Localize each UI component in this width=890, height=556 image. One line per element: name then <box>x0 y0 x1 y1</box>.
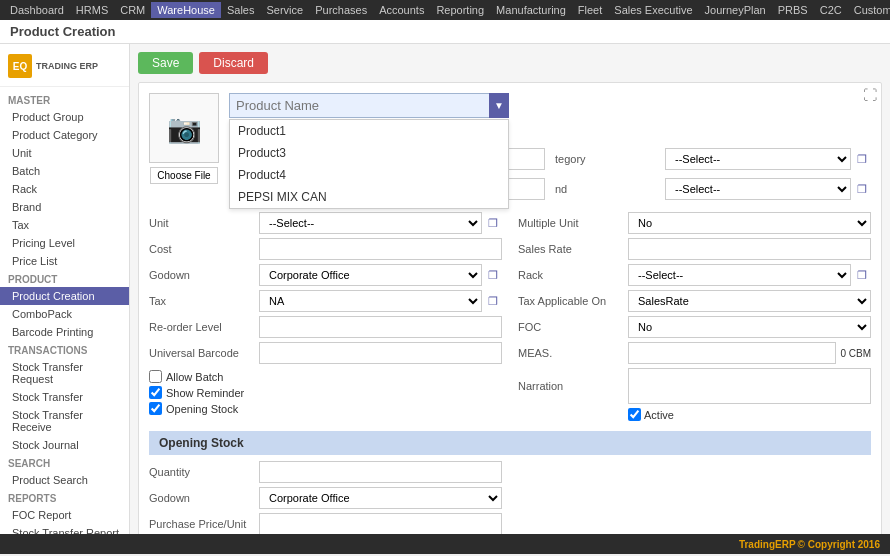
sidebar-item-foc-report[interactable]: FOC Report <box>0 506 129 524</box>
multiple-unit-select[interactable]: No <box>628 212 871 234</box>
product-name-section: ▼ Product1Product3Product4PEPSI MIX CAN … <box>229 93 871 204</box>
sidebar-item-product-group[interactable]: Product Group <box>0 108 129 126</box>
godown-select[interactable]: Corporate Office <box>259 264 482 286</box>
footer-copyright: © Copyright 2016 <box>798 539 880 550</box>
universal-barcode-input[interactable] <box>259 342 502 364</box>
page-title: Product Creation <box>10 24 115 39</box>
nav-item-accounts[interactable]: Accounts <box>373 2 430 18</box>
tax-applicable-select[interactable]: SalesRate <box>628 290 871 312</box>
category-select[interactable]: --Select-- <box>665 148 851 170</box>
nav-item-manufacturing[interactable]: Manufacturing <box>490 2 572 18</box>
sidebar-section-transactions: Transactions <box>0 341 129 358</box>
allow-batch-row: Allow Batch <box>149 370 502 383</box>
dropdown-item[interactable]: PEPSI MIX CAN <box>230 186 508 208</box>
brand-ext-link-icon[interactable]: ❐ <box>853 180 871 198</box>
nav-item-fleet[interactable]: Fleet <box>572 2 608 18</box>
product-name-input[interactable] <box>229 93 509 118</box>
nav-item-reporting[interactable]: Reporting <box>430 2 490 18</box>
foc-select[interactable]: No <box>628 316 871 338</box>
nav-item-sales[interactable]: Sales <box>221 2 261 18</box>
sidebar-item-rack[interactable]: Rack <box>0 180 129 198</box>
sidebar-item-product-search[interactable]: Product Search <box>0 471 129 489</box>
sidebar-item-product-category[interactable]: Product Category <box>0 126 129 144</box>
nav-item-dashboard[interactable]: Dashboard <box>4 2 70 18</box>
sidebar-item-stock-transfer-receive[interactable]: Stock Transfer Receive <box>0 406 129 436</box>
category-ext-link-icon[interactable]: ❐ <box>853 150 871 168</box>
brand-select[interactable]: --Select-- <box>665 178 851 200</box>
opening-stock-form: Quantity Godown Corporate Office Purchas… <box>149 461 871 534</box>
os-godown-select[interactable]: Corporate Office <box>259 487 502 509</box>
active-row: Active <box>518 408 871 421</box>
product-name-dropdown-arrow[interactable]: ▼ <box>489 93 509 118</box>
sidebar-item-stock-transfer-report[interactable]: Stock Transfer Report <box>0 524 129 534</box>
choose-file-button[interactable]: Choose File <box>150 167 217 184</box>
sidebar-item-stock-transfer-request[interactable]: Stock Transfer Request <box>0 358 129 388</box>
sidebar-item-price-list[interactable]: Price List <box>0 252 129 270</box>
rack-ext-link-icon[interactable]: ❐ <box>853 266 871 284</box>
reorder-row: Re-order Level <box>149 316 502 338</box>
checkboxes-section: Allow Batch Show Reminder Opening Stock <box>149 370 502 415</box>
sidebar-item-product-creation[interactable]: Product Creation <box>0 287 129 305</box>
reorder-input[interactable] <box>259 316 502 338</box>
unit-label: Unit <box>149 217 259 229</box>
sidebar-item-stock-journal[interactable]: Stock Journal <box>0 436 129 454</box>
nav-item-purchases[interactable]: Purchases <box>309 2 373 18</box>
brand-label: nd <box>555 183 665 195</box>
rack-select[interactable]: --Select-- <box>628 264 851 286</box>
opening-stock-checkbox[interactable] <box>149 402 162 415</box>
nav-item-crm[interactable]: CRM <box>114 2 151 18</box>
sidebar-item-batch[interactable]: Batch <box>0 162 129 180</box>
meas-input[interactable] <box>628 342 836 364</box>
nav-item-sales-executive[interactable]: Sales Executive <box>608 2 698 18</box>
dropdown-item[interactable]: Product1 <box>230 120 508 142</box>
godown-ext-link-icon[interactable]: ❐ <box>484 266 502 284</box>
logo-icon: EQ <box>8 54 32 78</box>
cost-input[interactable] <box>259 238 502 260</box>
os-quantity-input[interactable] <box>259 461 502 483</box>
unit-ext-link-icon[interactable]: ❐ <box>484 214 502 232</box>
tax-select[interactable]: NA <box>259 290 482 312</box>
sidebar-item-stock-transfer[interactable]: Stock Transfer <box>0 388 129 406</box>
top-navigation: DashboardHRMSCRMWareHouseSalesServicePur… <box>0 0 890 20</box>
reorder-label: Re-order Level <box>149 321 259 333</box>
sales-rate-input[interactable] <box>628 238 871 260</box>
save-button[interactable]: Save <box>138 52 193 74</box>
nav-item-c2c[interactable]: C2C <box>814 2 848 18</box>
unit-select[interactable]: --Select-- <box>259 212 482 234</box>
opening-stock-left: Quantity Godown Corporate Office Purchas… <box>149 461 502 534</box>
allow-batch-checkbox[interactable] <box>149 370 162 383</box>
nav-item-hrms[interactable]: HRMS <box>70 2 114 18</box>
sidebar-item-pricing-level[interactable]: Pricing Level <box>0 234 129 252</box>
universal-barcode-row: Universal Barcode <box>149 342 502 364</box>
sidebar-item-combopack[interactable]: ComboPack <box>0 305 129 323</box>
page-header: Product Creation <box>0 20 890 44</box>
narration-label: Narration <box>518 380 628 392</box>
discard-button[interactable]: Discard <box>199 52 268 74</box>
sidebar-item-unit[interactable]: Unit <box>0 144 129 162</box>
os-purchase-price-input[interactable] <box>259 513 502 534</box>
narration-textarea[interactable] <box>628 368 871 404</box>
show-reminder-checkbox[interactable] <box>149 386 162 399</box>
sidebar-item-barcode-printing[interactable]: Barcode Printing <box>0 323 129 341</box>
cost-row: Cost <box>149 238 502 260</box>
godown-row: Godown Corporate Office ❐ <box>149 264 502 286</box>
sidebar: EQ TRADING ERP MasterProduct GroupProduc… <box>0 44 130 534</box>
left-form-col: Unit --Select-- ❐ Cost Godown Corporate <box>149 212 502 425</box>
nav-item-prbs[interactable]: PRBS <box>772 2 814 18</box>
nav-item-warehouse[interactable]: WareHouse <box>151 2 221 18</box>
active-checkbox[interactable] <box>628 408 641 421</box>
dropdown-item[interactable]: Product4 <box>230 164 508 186</box>
opening-stock-row: Opening Stock <box>149 402 502 415</box>
nav-item-journeyplan[interactable]: JourneyPlan <box>699 2 772 18</box>
show-reminder-label: Show Reminder <box>166 387 244 399</box>
sidebar-item-brand[interactable]: Brand <box>0 198 129 216</box>
rack-row: Rack --Select-- ❐ <box>518 264 871 286</box>
opening-stock-header: Opening Stock <box>149 431 871 455</box>
multiple-unit-row: Multiple Unit No <box>518 212 871 234</box>
sidebar-item-tax[interactable]: Tax <box>0 216 129 234</box>
tax-ext-link-icon[interactable]: ❐ <box>484 292 502 310</box>
dropdown-item[interactable]: Product3 <box>230 142 508 164</box>
nav-item-service[interactable]: Service <box>260 2 309 18</box>
content-area: Save Discard ⛶ 📷 Choose File ▼ <box>130 44 890 534</box>
nav-item-customer-survey[interactable]: Customer Survey <box>848 2 890 18</box>
